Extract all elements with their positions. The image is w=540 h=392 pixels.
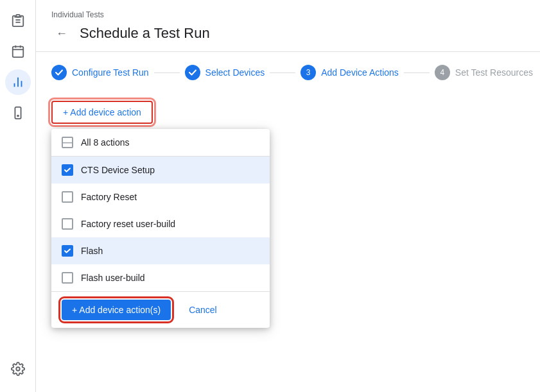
sidebar	[0, 0, 36, 392]
step-2-label: Select Devices	[205, 67, 265, 78]
list-item-all[interactable]: — All 8 actions	[51, 129, 270, 156]
sidebar-icon-phone[interactable]	[5, 100, 31, 126]
step-add-actions: 3 Add Device Actions	[300, 65, 399, 80]
dropdown-list: — All 8 actions CTS Device Setup Factory…	[51, 129, 270, 291]
add-action-button[interactable]: + Add device action	[51, 101, 153, 124]
item-label-factory-reset: Factory Reset	[81, 192, 137, 202]
breadcrumb: Individual Tests	[51, 10, 525, 19]
list-item-flash[interactable]: Flash	[51, 237, 270, 264]
list-item-cts[interactable]: CTS Device Setup	[51, 157, 270, 183]
item-label-flash: Flash	[81, 246, 103, 256]
step-2-circle	[185, 65, 200, 80]
svg-point-12	[16, 367, 20, 371]
svg-rect-3	[12, 47, 23, 58]
cancel-button[interactable]: Cancel	[179, 300, 227, 320]
item-label-cts: CTS Device Setup	[81, 165, 155, 175]
checkbox-flash-user[interactable]	[62, 272, 73, 284]
step-set-resources: 4 Set Test Resources	[435, 65, 533, 80]
back-button[interactable]: ←	[51, 23, 72, 44]
sidebar-icon-settings[interactable]	[5, 356, 31, 382]
step-4-circle: 4	[435, 65, 450, 80]
step-select-devices: Select Devices	[185, 65, 265, 80]
step-1-circle	[51, 65, 67, 80]
minus-icon: —	[63, 137, 72, 148]
svg-rect-10	[15, 107, 21, 119]
connector-2	[270, 72, 295, 73]
list-item-factory-reset-user[interactable]: Factory reset user-build	[51, 210, 270, 237]
add-device-actions-button[interactable]: + Add device action(s)	[62, 300, 171, 320]
checkbox-factory-reset-user[interactable]	[62, 218, 73, 230]
stepper: Configure Test Run Select Devices 3 Add …	[36, 52, 540, 90]
step-1-label: Configure Test Run	[72, 67, 149, 78]
sidebar-icon-chart[interactable]	[5, 69, 31, 95]
content-area: + Add device action — All 8 actions CT	[36, 90, 540, 392]
list-item-factory-reset[interactable]: Factory Reset	[51, 183, 270, 210]
step-configure: Configure Test Run	[51, 65, 149, 80]
sidebar-icon-calendar[interactable]	[5, 38, 31, 64]
checkbox-all[interactable]: —	[62, 137, 73, 148]
step-3-label: Add Device Actions	[321, 67, 399, 78]
checkbox-flash[interactable]	[62, 245, 73, 257]
main-content: Individual Tests ← Schedule a Test Run C…	[36, 0, 540, 392]
step-3-circle: 3	[300, 65, 316, 80]
item-label-flash-user: Flash user-build	[81, 273, 145, 283]
list-item-flash-user[interactable]: Flash user-build	[51, 264, 270, 291]
dropdown-footer: + Add device action(s) Cancel	[51, 291, 270, 328]
connector-3	[404, 72, 430, 73]
svg-point-11	[17, 115, 19, 117]
action-dropdown: — All 8 actions CTS Device Setup Factory…	[51, 129, 270, 328]
connector-1	[154, 72, 180, 73]
checkbox-cts[interactable]	[62, 164, 73, 176]
sidebar-icon-clipboard[interactable]	[5, 8, 31, 33]
header: Individual Tests ← Schedule a Test Run	[36, 0, 540, 52]
item-label-factory-reset-user: Factory reset user-build	[81, 219, 175, 229]
checkbox-factory-reset[interactable]	[62, 191, 73, 203]
step-4-label: Set Test Resources	[455, 67, 533, 78]
item-label-all: All 8 actions	[81, 137, 129, 148]
page-title: Schedule a Test Run	[80, 25, 210, 42]
